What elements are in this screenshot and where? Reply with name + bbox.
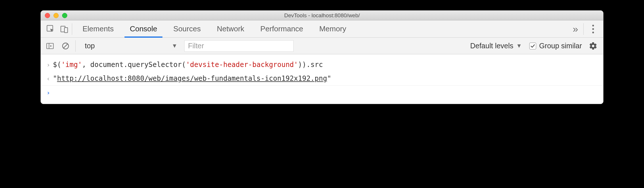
console-output-value[interactable]: "http://localhost:8080/web/images/web-fu… — [53, 73, 599, 84]
devtools-tabs-row: Elements Console Sources Network Perform… — [41, 20, 603, 38]
tab-elements[interactable]: Elements — [74, 20, 122, 37]
console-input-row: › $('img', document.querySelector('devsi… — [41, 58, 603, 72]
inspect-element-icon[interactable] — [44, 20, 57, 38]
svg-rect-2 — [64, 28, 68, 33]
console-input-code[interactable]: $('img', document.querySelector('devsite… — [53, 60, 599, 70]
execution-context-label: top — [85, 42, 95, 50]
window-titlebar: DevTools - localhost:8080/web/ — [41, 11, 603, 20]
console-toolbar: top ▼ Default levels ▼ Group similar — [41, 38, 603, 54]
tab-console[interactable]: Console — [122, 20, 165, 37]
dropdown-caret-icon: ▼ — [172, 43, 177, 49]
input-prompt-icon: › — [44, 60, 53, 70]
separator — [75, 40, 76, 52]
console-output-row: ‹ "http://localhost:8080/web/images/web-… — [41, 72, 603, 86]
dropdown-caret-icon: ▼ — [516, 43, 522, 49]
customize-menu-icon[interactable] — [586, 25, 600, 33]
log-levels-label: Default levels — [470, 42, 513, 50]
more-tabs-icon[interactable]: » — [568, 23, 583, 34]
tab-memory[interactable]: Memory — [311, 20, 354, 37]
toggle-console-sidebar-icon[interactable] — [44, 38, 56, 54]
group-similar-label: Group similar — [539, 42, 582, 50]
current-prompt-icon: › — [44, 87, 53, 97]
group-similar-checkbox[interactable] — [529, 43, 536, 49]
svg-rect-3 — [47, 43, 53, 49]
window-title: DevTools - localhost:8080/web/ — [284, 12, 360, 19]
devtools-window: DevTools - localhost:8080/web/ Elements … — [41, 10, 603, 104]
window-controls — [41, 13, 67, 18]
filter-input[interactable] — [184, 40, 294, 52]
log-levels-selector[interactable]: Default levels ▼ — [468, 42, 524, 50]
console-settings-icon[interactable] — [587, 42, 600, 50]
separator — [72, 23, 72, 35]
svg-line-6 — [63, 44, 68, 48]
tab-network[interactable]: Network — [209, 20, 252, 37]
close-window-button[interactable] — [45, 13, 50, 18]
device-toolbar-icon[interactable] — [57, 20, 71, 38]
separator — [583, 23, 584, 35]
execution-context-selector[interactable]: top ▼ — [81, 40, 181, 52]
zoom-window-button[interactable] — [62, 13, 67, 18]
clear-console-icon[interactable] — [59, 38, 72, 54]
tab-performance[interactable]: Performance — [252, 20, 311, 37]
console-output: › $('img', document.querySelector('devsi… — [41, 54, 603, 104]
minimize-window-button[interactable] — [53, 13, 59, 18]
tab-sources[interactable]: Sources — [165, 20, 209, 37]
panel-tabs: Elements Console Sources Network Perform… — [74, 20, 568, 37]
console-prompt-row: › — [41, 86, 603, 99]
output-indicator-icon: ‹ — [44, 73, 53, 83]
group-similar-toggle: Group similar — [527, 42, 584, 50]
